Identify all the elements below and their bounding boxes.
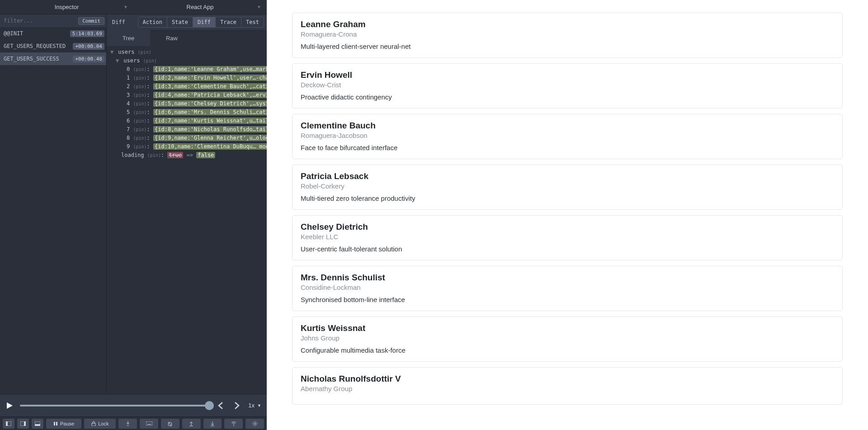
dock-bottom-icon[interactable] <box>32 419 43 429</box>
user-name: Patricia Lebsack <box>301 171 834 181</box>
user-name: Ervin Howell <box>301 70 834 80</box>
svg-rect-5 <box>35 424 40 426</box>
dock-right-icon[interactable] <box>17 419 29 429</box>
svg-rect-8 <box>92 423 95 426</box>
action-time: 5:14:03.69 <box>70 30 104 37</box>
chevron-down-icon[interactable]: ▼ <box>123 5 128 9</box>
user-card: Chelsey DietrichKeebler LLCUser-centric … <box>292 215 843 260</box>
commit-button[interactable]: Commit <box>78 17 104 25</box>
action-name: GET_USERS_REQUESTED <box>4 43 66 49</box>
user-company: Robel-Corkery <box>301 182 834 190</box>
playback-bar: 1x ▼ <box>0 394 267 416</box>
mode-diff[interactable]: Diff <box>193 17 216 27</box>
redux-devtools-panel: Inspector ▼ React App ▼ Commit @@INIT5:1… <box>0 0 267 430</box>
user-company: Romaguera-Crona <box>301 30 834 38</box>
diff-tree[interactable]: ▼ users (pin)▼ users (pin)0 (pin): {id:1… <box>107 46 267 394</box>
user-card: Kurtis WeissnatJohns GroupConfigurable m… <box>292 317 843 362</box>
action-name: @@INIT <box>4 30 23 37</box>
settings-icon[interactable] <box>245 419 264 429</box>
user-company: Considine-Lockman <box>301 284 834 291</box>
pause-label: Pause <box>60 421 74 426</box>
lock-label: Lock <box>98 421 108 426</box>
tab-inspector-label: Inspector <box>55 4 79 10</box>
user-card: Nicholas Runolfsdottir VAbernathy Group <box>292 367 843 405</box>
mode-trace[interactable]: Trace <box>216 17 241 27</box>
mode-action[interactable]: Action <box>138 17 167 27</box>
user-company: Keebler LLC <box>301 233 834 241</box>
user-desc: Synchronised bottom-line interface <box>301 296 834 303</box>
user-name: Clementine Bauch <box>301 121 834 131</box>
action-list-pane: Commit @@INIT5:14:03.69GET_USERS_REQUEST… <box>0 14 107 394</box>
download-icon[interactable] <box>203 419 222 429</box>
devtools-top-tabs: Inspector ▼ React App ▼ <box>0 0 267 14</box>
action-name: GET_USERS_SUCCESS <box>4 56 59 62</box>
user-desc: Configurable multimedia task-force <box>301 346 834 354</box>
user-desc: Face to face bifurcated interface <box>301 144 834 151</box>
playback-speed[interactable]: 1x ▼ <box>248 402 261 409</box>
tab-react-label: React App <box>187 4 214 10</box>
react-app-content: Leanne GrahamRomaguera-CronaMulti-layere… <box>267 0 868 430</box>
mode-buttons: ActionStateDiffTraceTest <box>138 17 264 28</box>
user-name: Mrs. Dennis Schulist <box>301 273 834 283</box>
prev-action-icon[interactable] <box>216 402 226 410</box>
speed-label: 1x <box>248 402 255 409</box>
remote-icon[interactable] <box>224 419 243 429</box>
user-card: Clementine BauchRomaguera-JacobsonFace t… <box>292 114 843 159</box>
tab-inspector[interactable]: Inspector ▼ <box>0 0 133 14</box>
user-card: Mrs. Dennis SchulistConsidine-LockmanSyn… <box>292 266 843 311</box>
mode-state[interactable]: State <box>167 17 193 27</box>
play-icon[interactable] <box>5 402 14 410</box>
action-row[interactable]: GET_USERS_REQUESTED+00:00.04 <box>0 40 106 52</box>
user-name: Nicholas Runolfsdottir V <box>301 374 834 384</box>
lock-button[interactable]: Lock <box>84 419 116 429</box>
pin-icon[interactable] <box>118 419 137 429</box>
svg-rect-10 <box>147 424 151 425</box>
user-company: Romaguera-Jacobson <box>301 132 834 139</box>
chevron-down-icon: ▼ <box>257 403 261 408</box>
inspector-pane: Diff ActionStateDiffTraceTest TreeRaw ▼ … <box>107 14 267 394</box>
user-company: Deckow-Crist <box>301 81 834 89</box>
action-row[interactable]: GET_USERS_SUCCESS+00:00.48 <box>0 52 106 65</box>
user-company: Johns Group <box>301 334 834 342</box>
user-card: Patricia LebsackRobel-CorkeryMulti-tiere… <box>292 165 843 210</box>
action-time: +00:00.04 <box>73 43 104 50</box>
dock-left-icon[interactable] <box>3 419 14 429</box>
svg-rect-7 <box>56 422 57 425</box>
mode-test[interactable]: Test <box>241 17 264 27</box>
tab-react-app[interactable]: React App ▼ <box>133 0 267 14</box>
user-desc: User-centric fault-tolerant solution <box>301 245 834 253</box>
user-name: Leanne Graham <box>301 19 834 29</box>
user-card: Ervin HowellDeckow-CristProactive didact… <box>292 63 843 109</box>
keyboard-icon[interactable] <box>140 419 158 429</box>
view-tab-raw[interactable]: Raw <box>150 30 193 46</box>
action-time: +00:00.48 <box>73 56 104 62</box>
action-row[interactable]: @@INIT5:14:03.69 <box>0 27 106 40</box>
view-tab-tree[interactable]: Tree <box>107 30 150 46</box>
svg-rect-1 <box>6 421 8 426</box>
bottom-toolbar: Pause Lock <box>0 416 267 430</box>
action-filter-input[interactable] <box>2 18 76 24</box>
svg-rect-9 <box>146 421 152 425</box>
user-company: Abernathy Group <box>301 385 834 392</box>
chevron-down-icon[interactable]: ▼ <box>257 5 261 9</box>
mode-label: Diff <box>109 19 125 25</box>
svg-rect-6 <box>54 422 55 425</box>
next-action-icon[interactable] <box>232 402 242 410</box>
playback-slider[interactable] <box>20 405 209 406</box>
disable-timer-icon[interactable] <box>161 419 179 429</box>
user-desc: Proactive didactic contingency <box>301 93 834 101</box>
svg-point-12 <box>254 423 256 425</box>
user-desc: Multi-layered client-server neural-net <box>301 43 834 50</box>
svg-rect-3 <box>24 421 26 426</box>
user-name: Chelsey Dietrich <box>301 222 834 232</box>
upload-icon[interactable] <box>182 419 201 429</box>
user-card: Leanne GrahamRomaguera-CronaMulti-layere… <box>292 13 843 58</box>
pause-button[interactable]: Pause <box>46 419 81 429</box>
slider-thumb[interactable] <box>205 401 214 410</box>
user-name: Kurtis Weissnat <box>301 323 834 333</box>
user-desc: Multi-tiered zero tolerance productivity <box>301 194 834 202</box>
view-tabs: TreeRaw <box>107 30 267 46</box>
